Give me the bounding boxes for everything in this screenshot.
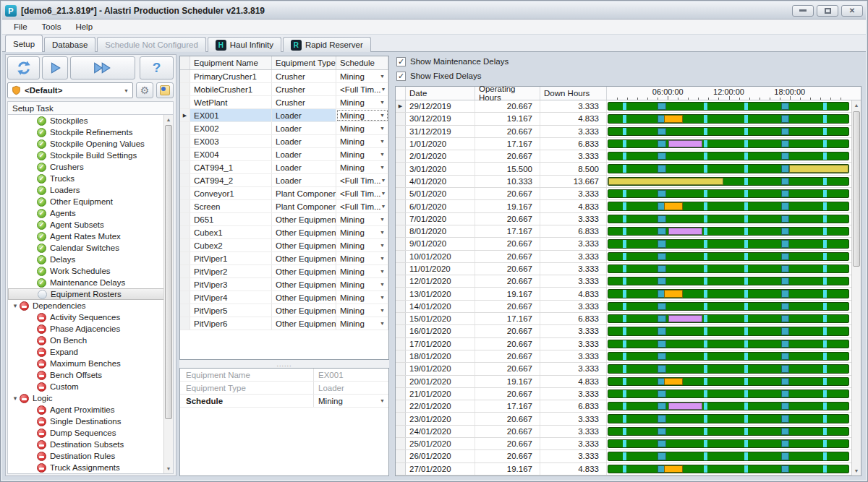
down-hours-cell[interactable]: 3.333: [540, 251, 607, 262]
roster-scrollbar-thumb[interactable]: [853, 111, 860, 267]
date-cell[interactable]: 26/01/2020: [406, 450, 475, 462]
equipment-row-cat994-2[interactable]: CAT994_2Loader<Full Tim...▼: [180, 174, 388, 187]
equipment-type-cell[interactable]: Loader: [272, 161, 336, 173]
schedule-cell[interactable]: <Full Tim...▼: [336, 187, 388, 199]
down-hours-cell[interactable]: 13.667: [540, 176, 607, 187]
date-cell[interactable]: 2/01/2020: [406, 150, 475, 162]
equipment-name-cell[interactable]: CAT994_2: [190, 174, 272, 186]
operating-hours-cell[interactable]: 17.167: [475, 138, 540, 150]
equipment-type-cell[interactable]: Other Equipment: [272, 291, 336, 304]
schedule-cell[interactable]: <Full Tim...▼: [336, 83, 388, 95]
operating-hours-cell[interactable]: 20.667: [475, 213, 540, 225]
operating-hours-cell[interactable]: 19.167: [475, 376, 540, 387]
equipment-name-cell[interactable]: EX002: [190, 122, 272, 134]
date-cell[interactable]: 16/01/2020: [406, 325, 475, 337]
chevron-down-icon[interactable]: ▼: [380, 321, 385, 326]
roster-row-26-01-2020[interactable]: 26/01/202020.6673.333: [396, 450, 861, 462]
chevron-down-icon[interactable]: ▼: [381, 191, 386, 196]
operating-hours-cell[interactable]: 19.167: [475, 113, 540, 124]
operating-hours-cell[interactable]: 20.667: [475, 350, 540, 362]
equipment-name-cell[interactable]: Cubex2: [190, 239, 272, 251]
chevron-down-icon[interactable]: ▼: [381, 178, 386, 183]
tree-item-work-schedules[interactable]: ✓Work Schedules: [8, 265, 173, 277]
chevron-down-icon[interactable]: ▼: [380, 269, 385, 274]
equipment-type-cell[interactable]: Crusher: [272, 96, 336, 108]
down-hours-cell[interactable]: 3.333: [540, 275, 607, 287]
chevron-down-icon[interactable]: ▼: [380, 243, 385, 248]
schedule-cell[interactable]: Mining▼: [336, 148, 388, 160]
roster-row-11-01-2020[interactable]: 11/01/202020.6673.333: [396, 263, 861, 275]
chevron-down-icon[interactable]: ▼: [380, 126, 385, 131]
chevron-down-icon[interactable]: ▼: [380, 230, 385, 235]
schedule-cell[interactable]: Mining▼: [336, 291, 388, 304]
operating-hours-cell[interactable]: 20.667: [475, 100, 540, 112]
roster-row-8-01-2020[interactable]: 8/01/202017.1676.833: [396, 225, 861, 238]
run-button[interactable]: [42, 56, 68, 79]
titlebar[interactable]: P [demo6_21.3.819*] - Alastri Production…: [2, 2, 866, 20]
roster-row-21-01-2020[interactable]: 21/01/202020.6673.333: [396, 388, 861, 400]
operating-hours-cell[interactable]: 20.667: [475, 413, 540, 424]
down-hours-cell[interactable]: 6.833: [540, 313, 607, 324]
chevron-down-icon[interactable]: ▼: [381, 87, 386, 92]
date-cell[interactable]: 25/01/2020: [406, 438, 475, 449]
roster-row-25-01-2020[interactable]: 25/01/202020.6673.333: [396, 438, 861, 450]
tree-item-dependencies[interactable]: ▾Dependencies: [8, 300, 173, 311]
tree-item-agent-rates-mutex[interactable]: ✓Agent Rates Mutex: [8, 231, 173, 242]
equipment-type-cell[interactable]: Crusher: [272, 83, 336, 95]
equipment-row-cubex2[interactable]: Cubex2Other EquipmentMining▼: [180, 239, 388, 252]
date-cell[interactable]: 5/01/2020: [406, 188, 475, 199]
property-row-schedule[interactable]: ScheduleMining▼: [180, 395, 388, 408]
down-hours-cell[interactable]: 8.500: [540, 163, 607, 174]
equipment-row-d651[interactable]: D651Other EquipmentMining▼: [180, 213, 388, 226]
roster-row-12-01-2020[interactable]: 12/01/202020.6673.333: [396, 275, 861, 288]
tree-item-agent-subsets[interactable]: ✓Agent Subsets: [8, 219, 173, 231]
tree-item-destination-subsets[interactable]: Destination Subsets: [8, 439, 173, 450]
date-cell[interactable]: 23/01/2020: [406, 413, 475, 424]
maximize-button[interactable]: [817, 5, 838, 17]
equipment-row-primarycrusher1[interactable]: PrimaryCrusher1CrusherMining▼: [180, 70, 388, 83]
equipment-type-cell[interactable]: Plant Component: [272, 187, 336, 199]
tree-item-stockpiles[interactable]: ✓Stockpiles: [8, 115, 173, 126]
down-hours-cell[interactable]: 3.333: [540, 150, 607, 162]
tree-item-stockpile-refinements[interactable]: ✓Stockpile Refinements: [8, 126, 173, 138]
scroll-up-icon[interactable]: ▲: [164, 115, 173, 124]
refresh-button[interactable]: [7, 56, 40, 79]
col-equipment-name[interactable]: Equipment Name: [190, 56, 272, 69]
tree-item-item[interactable]: [8, 473, 173, 474]
operating-hours-cell[interactable]: 20.667: [475, 363, 540, 374]
date-cell[interactable]: 8/01/2020: [406, 225, 475, 237]
notes-button[interactable]: [156, 82, 174, 98]
date-cell[interactable]: 29/12/2019: [406, 100, 475, 112]
property-value[interactable]: Mining▼: [314, 395, 388, 407]
operating-hours-cell[interactable]: 20.667: [475, 126, 540, 137]
date-cell[interactable]: 20/01/2020: [406, 376, 475, 387]
tree-item-agents[interactable]: ✓Agents: [8, 207, 173, 219]
roster-row-18-01-2020[interactable]: 18/01/202020.6673.333: [396, 350, 861, 363]
tree-item-equipment-rosters[interactable]: Equipment Rosters: [8, 288, 173, 300]
settings-button[interactable]: ⚙: [136, 82, 153, 98]
roster-row-30-12-2019[interactable]: 30/12/201919.1674.833: [396, 113, 861, 125]
equipment-name-cell[interactable]: Cubex1: [190, 226, 272, 238]
down-hours-cell[interactable]: 3.333: [540, 450, 607, 462]
checkbox-box[interactable]: ✓: [396, 57, 406, 66]
down-hours-cell[interactable]: 3.333: [540, 301, 607, 312]
down-hours-cell[interactable]: 3.333: [540, 338, 607, 350]
equipment-type-cell[interactable]: Loader: [272, 122, 336, 134]
date-cell[interactable]: 13/01/2020: [406, 288, 475, 299]
schedule-cell[interactable]: Mining▼: [336, 278, 388, 291]
scroll-down-icon[interactable]: ▼: [164, 464, 173, 473]
operating-hours-cell[interactable]: 19.167: [475, 200, 540, 212]
schedule-cell[interactable]: Mining▼: [336, 96, 388, 108]
schedule-cell[interactable]: Mining▼: [336, 213, 388, 225]
roster-row-5-01-2020[interactable]: 5/01/202020.6673.333: [396, 188, 861, 200]
chevron-down-icon[interactable]: ▼: [380, 165, 385, 170]
equipment-name-cell[interactable]: Conveyor1: [190, 187, 272, 199]
tree-item-on-bench[interactable]: On Bench: [8, 335, 173, 346]
operating-hours-cell[interactable]: 20.667: [475, 263, 540, 275]
roster-row-16-01-2020[interactable]: 16/01/202020.6673.333: [396, 325, 861, 337]
down-hours-cell[interactable]: 3.333: [540, 213, 607, 225]
chevron-down-icon[interactable]: ▼: [380, 152, 385, 157]
col-schedule[interactable]: Schedule: [336, 56, 388, 69]
roster-row-9-01-2020[interactable]: 9/01/202020.6673.333: [396, 238, 861, 250]
equipment-type-cell[interactable]: Crusher: [272, 70, 336, 82]
